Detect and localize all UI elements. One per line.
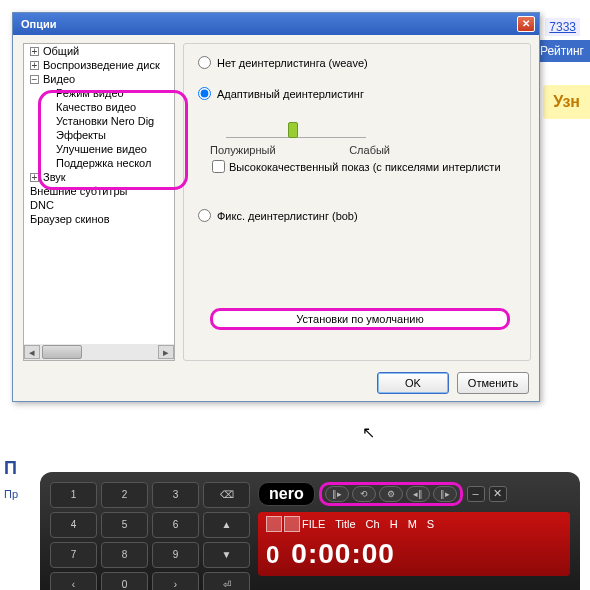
dialog-title: Опции (21, 18, 517, 30)
tree-item-label: Воспроизведение диск (43, 59, 160, 71)
tree-item[interactable]: −Видео (24, 72, 174, 86)
radio-fixed-deinterlacing[interactable]: Фикс. деинтерлистинг (bob) (198, 209, 516, 222)
tree-item-label: Звук (43, 171, 66, 183)
tree-item-label: Браузер скинов (30, 213, 110, 225)
tree-item-label: Внешние субтитры (30, 185, 127, 197)
checkbox-input[interactable] (212, 160, 225, 173)
keypad-key[interactable]: 4 (50, 512, 97, 538)
tree-item-label: Эффекты (56, 129, 106, 141)
keypad-key[interactable]: ⏎ (203, 572, 250, 590)
keypad-key[interactable]: › (152, 572, 199, 590)
player-display: FILE Title Ch H M S 0 0:00:00 (258, 512, 570, 576)
background-link[interactable]: 7333 (545, 18, 580, 36)
background-rating-label: Рейтинг (534, 40, 590, 62)
keypad-key[interactable]: 7 (50, 542, 97, 568)
keypad-key[interactable]: 2 (101, 482, 148, 508)
radio-input[interactable] (198, 209, 211, 222)
player-control-pills: ‖▸⟲⚙◂‖‖▸ (319, 482, 463, 506)
player-pill-button[interactable]: ◂‖ (406, 486, 430, 502)
scroll-thumb[interactable] (42, 345, 82, 359)
expand-icon[interactable]: + (30, 61, 39, 70)
disp-col-title: Title (335, 518, 355, 530)
slider-label-left: Полужирный (210, 144, 276, 156)
radio-label: Фикс. деинтерлистинг (bob) (217, 210, 358, 222)
tree-item[interactable]: DNC (24, 198, 174, 212)
options-tree[interactable]: +Общий+Воспроизведение диск−ВидеоРежим в… (23, 43, 175, 361)
keypad-key[interactable]: 6 (152, 512, 199, 538)
tree-item[interactable]: Качество видео (24, 100, 174, 114)
tree-item[interactable]: Эффекты (24, 128, 174, 142)
keypad-key[interactable]: 1 (50, 482, 97, 508)
keypad-key[interactable]: ‹ (50, 572, 97, 590)
tree-item-label: Режим видео (56, 87, 124, 99)
close-player-button[interactable]: ✕ (489, 486, 507, 502)
tree-item[interactable]: Улучшение видео (24, 142, 174, 156)
disp-col-ch: Ch (366, 518, 380, 530)
keypad-key[interactable]: 3 (152, 482, 199, 508)
file-icon (266, 516, 282, 532)
tree-horizontal-scrollbar[interactable]: ◂ ▸ (24, 344, 174, 360)
keypad-key[interactable]: 9 (152, 542, 199, 568)
tree-item-label: Поддержка нескол (56, 157, 151, 169)
track-number: 0 (266, 541, 279, 569)
scroll-left-icon[interactable]: ◂ (24, 345, 40, 359)
disp-col-h: H (390, 518, 398, 530)
player-pill-button[interactable]: ‖▸ (433, 486, 457, 502)
dialog-titlebar[interactable]: Опции ✕ (13, 13, 539, 35)
keypad-key[interactable]: ⌫ (203, 482, 250, 508)
tree-item-label: Видео (43, 73, 75, 85)
player-pill-button[interactable]: ⚙ (379, 486, 403, 502)
tree-item[interactable]: +Общий (24, 44, 174, 58)
radio-adaptive-deinterlacing[interactable]: Адаптивный деинтерлистинг (198, 87, 516, 100)
expand-icon[interactable]: + (30, 47, 39, 56)
checkbox-high-quality[interactable]: Высококачественный показ (с пикселями ин… (212, 160, 516, 173)
disp-col-s: S (427, 518, 434, 530)
keypad-key[interactable]: 5 (101, 512, 148, 538)
slider-thumb[interactable] (288, 122, 298, 138)
keypad-key[interactable]: 0 (101, 572, 148, 590)
tree-item[interactable]: Поддержка нескол (24, 156, 174, 170)
options-dialog: Опции ✕ +Общий+Воспроизведение диск−Виде… (12, 12, 540, 402)
cursor-icon: ↖ (362, 423, 375, 442)
player-keypad: 123⌫456▲789▼‹0›⏎ (50, 482, 250, 580)
defaults-button[interactable]: Установки по умолчанию (210, 308, 510, 330)
tree-item[interactable]: Режим видео (24, 86, 174, 100)
cancel-button[interactable]: Отменить (457, 372, 529, 394)
radio-label: Нет деинтерлистинга (weave) (217, 57, 368, 69)
slider-label-right: Слабый (349, 144, 390, 156)
expand-icon[interactable]: + (30, 173, 39, 182)
tree-item[interactable]: Установки Nero Dig (24, 114, 174, 128)
tree-item[interactable]: Внешние субтитры (24, 184, 174, 198)
player-pill-button[interactable]: ⟲ (352, 486, 376, 502)
time-display: 0:00:00 (291, 538, 395, 570)
tree-item-label: Установки Nero Dig (56, 115, 154, 127)
tree-item-label: Улучшение видео (56, 143, 147, 155)
radio-input[interactable] (198, 56, 211, 69)
radio-label: Адаптивный деинтерлистинг (217, 88, 364, 100)
minimize-button[interactable]: – (467, 486, 485, 502)
keypad-key[interactable]: 8 (101, 542, 148, 568)
checkbox-label: Высококачественный показ (с пикселями ин… (229, 161, 501, 173)
collapse-icon[interactable]: − (30, 75, 39, 84)
ok-button[interactable]: OK (377, 372, 449, 394)
tree-item[interactable]: +Воспроизведение диск (24, 58, 174, 72)
options-content-panel: Нет деинтерлистинга (weave) Адаптивный д… (183, 43, 531, 361)
close-button[interactable]: ✕ (517, 16, 535, 32)
keypad-key[interactable]: ▼ (203, 542, 250, 568)
file-label: FILE (302, 518, 325, 530)
tree-item[interactable]: Браузер скинов (24, 212, 174, 226)
radio-input[interactable] (198, 87, 211, 100)
keypad-key[interactable]: ▲ (203, 512, 250, 538)
nero-player: 123⌫456▲789▼‹0›⏎ nero ‖▸⟲⚙◂‖‖▸ – ✕ FILE … (12, 460, 590, 590)
tree-item-label: DNC (30, 199, 54, 211)
tree-item-label: Качество видео (56, 101, 136, 113)
tree-item-label: Общий (43, 45, 79, 57)
nero-logo: nero (258, 482, 315, 506)
scroll-right-icon[interactable]: ▸ (158, 345, 174, 359)
disc-icon (284, 516, 300, 532)
tree-item[interactable]: +Звук (24, 170, 174, 184)
background-ad-fragment: Узн (543, 85, 590, 119)
adaptive-quality-slider[interactable] (226, 118, 366, 138)
player-pill-button[interactable]: ‖▸ (325, 486, 349, 502)
radio-no-deinterlacing[interactable]: Нет деинтерлистинга (weave) (198, 56, 516, 69)
